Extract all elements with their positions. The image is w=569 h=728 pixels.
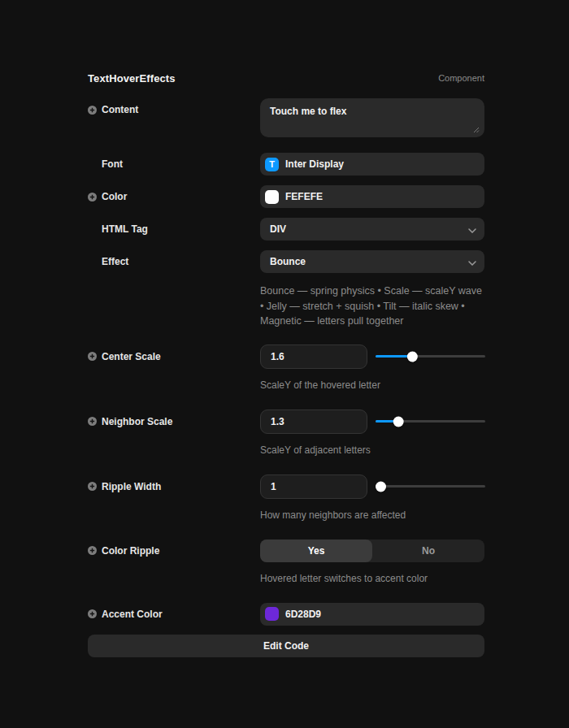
ripple-width-caption: How many neighbors are affected: [260, 509, 484, 521]
chevron-down-icon: [468, 222, 476, 236]
color-ripple-label: Color Ripple: [102, 545, 159, 557]
html-tag-row: HTML Tag DIV: [88, 218, 484, 240]
color-row: Color FEFEFE: [88, 185, 484, 208]
font-value: Inter Display: [285, 158, 344, 170]
effect-description: Bounce — spring physics • Scale — scaleY…: [260, 284, 484, 329]
color-picker[interactable]: FEFEFE: [260, 185, 484, 208]
font-row: Font T Inter Display: [88, 153, 484, 176]
plus-circle-icon[interactable]: [88, 546, 97, 555]
component-title: TextHoverEffects: [88, 72, 176, 84]
html-tag-select[interactable]: DIV: [260, 218, 484, 240]
font-picker[interactable]: T Inter Display: [260, 153, 484, 176]
slider-thumb[interactable]: [407, 351, 418, 362]
edit-code-button[interactable]: Edit Code: [88, 635, 484, 657]
plus-circle-icon[interactable]: [88, 106, 97, 115]
ripple-width-input[interactable]: [260, 474, 367, 499]
plus-circle-icon[interactable]: [88, 482, 97, 491]
html-tag-value: DIV: [270, 223, 286, 235]
color-ripple-option-yes[interactable]: Yes: [260, 540, 372, 562]
neighbor-scale-caption: ScaleY of adjacent letters: [260, 444, 484, 456]
color-ripple-row: Color Ripple Yes No: [88, 540, 484, 562]
neighbor-scale-label: Neighbor Scale: [102, 416, 172, 427]
center-scale-label: Center Scale: [102, 351, 161, 362]
neighbor-scale-row: Neighbor Scale: [88, 410, 484, 434]
center-scale-caption: ScaleY of the hovered letter: [260, 379, 484, 391]
plus-circle-icon[interactable]: [88, 352, 97, 361]
panel-header: TextHoverEffects Component: [88, 72, 484, 84]
content-label: Content: [102, 104, 138, 115]
center-scale-input[interactable]: [260, 344, 367, 369]
resize-handle-icon[interactable]: [473, 122, 480, 136]
ripple-width-label: Ripple Width: [102, 481, 161, 492]
accent-color-label: Accent Color: [102, 609, 163, 620]
effect-row: Effect Bounce: [88, 250, 484, 273]
color-hex-value: FEFEFE: [285, 191, 323, 202]
color-label: Color: [102, 191, 127, 202]
plus-circle-icon[interactable]: [88, 417, 97, 426]
content-row: Content Touch me to flex: [88, 98, 484, 141]
effect-label: Effect: [102, 256, 128, 267]
plus-circle-icon[interactable]: [88, 193, 97, 202]
center-scale-slider[interactable]: [376, 344, 485, 369]
ripple-width-slider[interactable]: [376, 474, 485, 499]
accent-color-row: Accent Color 6D28D9: [88, 603, 484, 626]
color-ripple-caption: Hovered letter switches to accent color: [260, 573, 484, 584]
font-label: Font: [102, 158, 123, 170]
slider-thumb[interactable]: [376, 481, 386, 492]
chevron-down-icon: [468, 254, 476, 269]
slider-thumb[interactable]: [393, 416, 404, 427]
center-scale-row: Center Scale: [88, 344, 484, 369]
ripple-width-row: Ripple Width: [88, 474, 484, 499]
color-ripple-segmented-control: Yes No: [260, 540, 484, 562]
component-badge: Component: [438, 73, 484, 83]
color-ripple-option-no[interactable]: No: [372, 540, 484, 562]
color-swatch: [265, 190, 279, 204]
plus-circle-icon[interactable]: [88, 609, 97, 618]
effect-value: Bounce: [270, 256, 306, 267]
neighbor-scale-input[interactable]: [260, 410, 367, 434]
neighbor-scale-slider[interactable]: [376, 410, 485, 434]
accent-color-hex-value: 6D28D9: [285, 609, 321, 620]
html-tag-label: HTML Tag: [102, 223, 148, 235]
accent-color-swatch: [265, 607, 279, 621]
component-properties-panel: TextHoverEffects Component Content Touch…: [88, 0, 484, 657]
effect-select[interactable]: Bounce: [260, 250, 484, 273]
font-type-icon: T: [265, 158, 279, 171]
content-textarea[interactable]: Touch me to flex: [260, 98, 484, 137]
accent-color-picker[interactable]: 6D28D9: [260, 603, 484, 626]
